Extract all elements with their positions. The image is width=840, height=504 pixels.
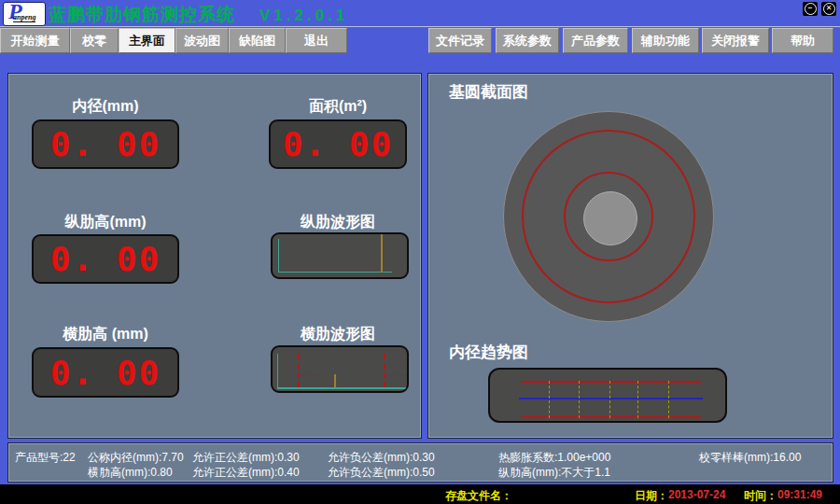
diagram-panel: 基圆截面图 内径趋势图 [427,73,833,439]
status-thermal-coeff: 热膨胀系数:1.00e+000 [498,450,610,466]
app-logo: P anpeng [3,2,46,26]
base-circle-title: 基圆截面图 [449,81,528,103]
alarm-limit-line-horizontal [301,375,324,377]
trend-grid-line [609,381,611,418]
inner-diameter-display: 0. 00 [32,119,179,169]
time-label: 时间： [744,488,777,504]
toolbar-button-system-params[interactable]: 系统参数 [496,28,559,53]
trend-grid-line [579,381,581,418]
cross-rib-waveform-chart [271,345,409,393]
long-rib-wave-label: 纵肋波形图 [301,213,375,232]
trend-grid-line [637,381,639,418]
status-product-model: 产品型号:22 [15,450,76,466]
cross-rib-display: 0. 00 [32,347,179,398]
long-rib-waveform-chart [271,232,409,279]
cross-rib-wave-label: 横肋波形图 [301,325,375,344]
save-file-label: 存盘文件名： [445,488,512,504]
date-label: 日期： [635,488,668,504]
status-pos-tolerance-2: 允许正公差(mm):0.40 [192,465,300,481]
area-display: 0. 00 [269,119,407,169]
window-title: 蓝鹏带肋钢筋测控系统V1.2.0.1 [49,3,348,27]
trend-grid-line [668,381,670,418]
area-label: 面积(m²) [309,97,367,117]
status-nominal-diameter: 公称内径(mm):7.70 [88,450,184,466]
time-value: 09:31:49 [777,488,822,501]
status-neg-tolerance-1: 允许负公差(mm):0.30 [328,450,435,466]
status-pos-tolerance-1: 允许正公差(mm):0.30 [192,450,300,466]
footer-bar: 存盘文件名： 日期： 2013-07-24 时间： 09:31:49 [0,484,840,504]
close-button[interactable]: ✕ [821,2,836,16]
toolbar-button-product-params[interactable]: 产品参数 [563,28,628,53]
long-rib-value: 0. 00 [50,240,161,278]
base-circle-diagram [503,111,714,322]
inner-diameter-label: 内径(mm) [72,97,138,117]
wave-marker-line [334,374,336,387]
core-circle [583,191,637,245]
inner-tolerance-ring [564,172,653,261]
status-neg-tolerance-2: 允许负公差(mm):0.50 [328,465,435,481]
logo-subtext: anpeng [13,13,35,22]
area-value: 0. 00 [283,125,393,163]
toolbar-button-close-alarm[interactable]: 关闭报警 [702,28,769,53]
toolbar-button-defect-chart[interactable]: 缺陷图 [229,28,286,53]
outer-tolerance-ring [522,130,695,303]
alarm-limit-line-horizontal [385,375,408,377]
alarm-limit-line-vertical [298,354,301,387]
status-calib-rod: 校零样棒(mm):16.00 [699,450,801,466]
minimize-button[interactable]: − [803,2,818,16]
toolbar-button-main-screen[interactable]: 主界面 [119,28,175,53]
app-version: V1.2.0.1 [259,7,348,24]
close-icon: ✕ [823,3,835,15]
wave-y-axis [277,354,278,388]
status-cross-rib-height: 横肋高(mm):0.80 [88,465,173,481]
status-bar: 产品型号:22 公称内径(mm):7.70 允许正公差(mm):0.30 允许负… [7,442,833,483]
status-long-rib-height: 纵肋高(mm):不大于1.1 [498,465,610,481]
toolbar-button-exit[interactable]: 退出 [286,28,347,53]
trend-chart-title: 内径趋势图 [449,342,528,363]
title-bar: P anpeng 蓝鹏带肋钢筋测控系统V1.2.0.1 − ✕ [0,0,840,27]
measurement-panel: 内径(mm) 0. 00 面积(m²) 0. 00 纵肋高(mm) 0. 00 … [7,73,422,439]
toolbar-button-file-records[interactable]: 文件记录 [428,28,492,53]
alarm-limit-line-vertical [384,354,387,387]
long-rib-label: 纵肋高(mm) [64,213,146,232]
date-value: 2013-07-24 [668,488,725,501]
toolbar-button-zero-calib[interactable]: 校零 [70,28,119,53]
wave-y-axis [278,239,279,273]
wave-x-axis [277,387,408,389]
toolbar-button-help[interactable]: 帮助 [772,28,833,53]
wave-marker-line [381,234,383,273]
toolbar-button-aux-functions[interactable]: 辅助功能 [632,28,699,53]
wave-x-axis [278,272,392,273]
inner-diameter-value: 0. 00 [50,125,161,163]
long-rib-display: 0. 00 [32,234,179,284]
cross-rib-value: 0. 00 [50,354,161,392]
toolbar-button-fluctuation-chart[interactable]: 波动图 [175,28,229,53]
minimize-icon: − [805,3,817,15]
toolbar-button-start-measure[interactable]: 开始测量 [0,28,70,53]
trend-grid-line [549,381,551,418]
inner-diameter-trend-chart [488,368,727,423]
cross-rib-label: 横肋高 (mm) [63,325,148,344]
